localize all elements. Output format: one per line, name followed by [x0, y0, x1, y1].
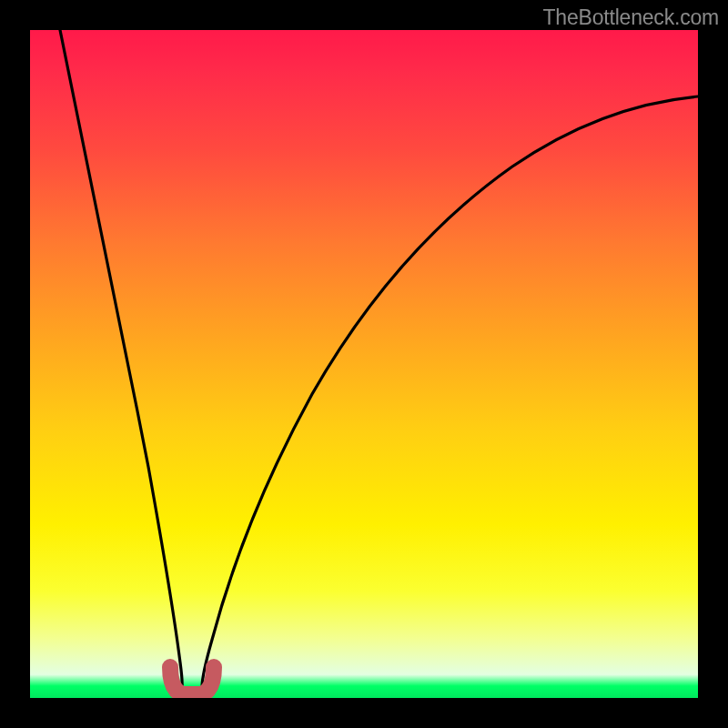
curve-left-branch: [60, 30, 182, 687]
curve-right-branch: [202, 96, 698, 687]
trough-marker: [170, 667, 214, 694]
chart-frame: TheBottleneck.com: [0, 0, 728, 728]
plot-area: [30, 30, 698, 698]
bottleneck-curve: [30, 30, 698, 698]
watermark-text: TheBottleneck.com: [543, 5, 719, 30]
